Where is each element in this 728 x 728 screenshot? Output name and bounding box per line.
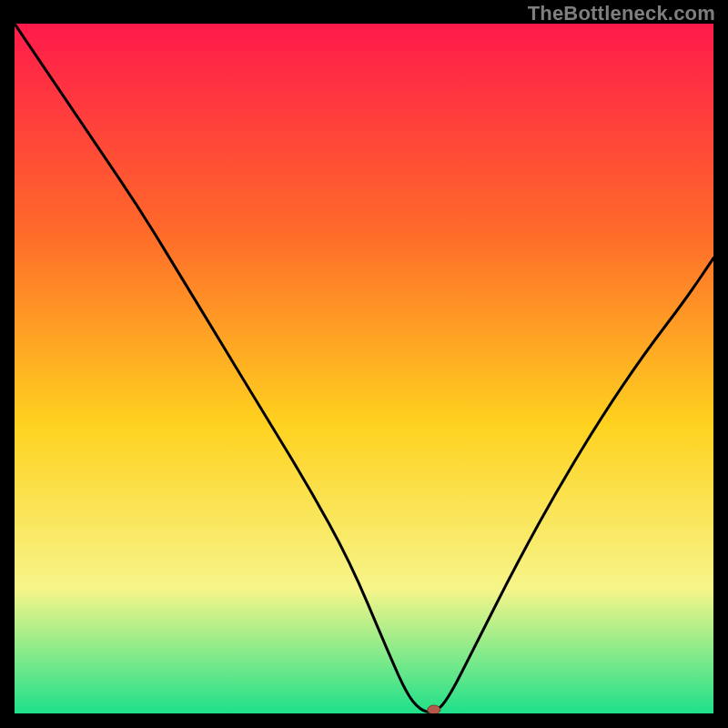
watermark-text: TheBottleneck.com (528, 2, 715, 25)
plot-svg (15, 24, 713, 713)
plot-area (15, 24, 713, 713)
chart-frame: TheBottleneck.com (0, 0, 728, 728)
gradient-background (15, 24, 713, 713)
optimum-marker (428, 705, 440, 713)
